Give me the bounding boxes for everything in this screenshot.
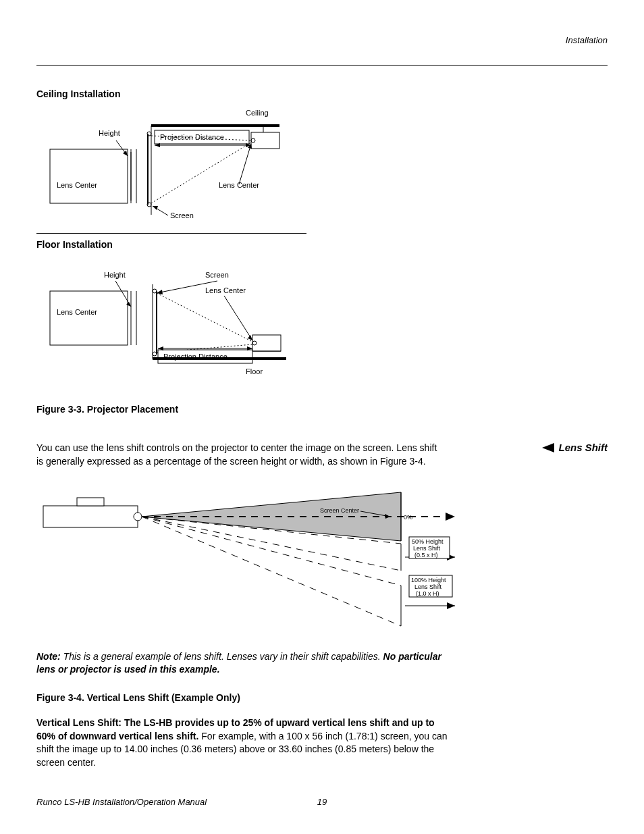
svg-marker-15 — [153, 206, 158, 210]
lens-center-right: Lens Center — [219, 181, 259, 189]
fifty-l1: 50% Height — [412, 538, 444, 545]
svg-marker-67 — [447, 602, 455, 609]
figure-3-3-caption: Figure 3-3. Projector Placement — [36, 404, 608, 415]
lens-center-top-f: Lens Center — [205, 286, 246, 294]
height-label-f: Height — [104, 271, 126, 279]
svg-marker-36 — [126, 302, 131, 307]
vertical-lens-shift-paragraph: Vertical Lens Shift: The LS-HB provides … — [36, 716, 455, 769]
zero-pct-label: 0% — [404, 514, 412, 521]
svg-marker-27 — [248, 335, 252, 340]
ceiling-installation-diagram: Ceiling Projection Distance Height Scree… — [36, 103, 320, 225]
height-label: Height — [99, 129, 120, 137]
note-text1: This is a general example of lens shift.… — [61, 651, 383, 662]
svg-rect-32 — [50, 291, 128, 345]
svg-line-22 — [239, 144, 251, 184]
fifty-l2: Lens Shift — [413, 545, 441, 552]
figure-3-4-diagram: Screen Center 0% 50% Height Lens Shift (… — [36, 484, 468, 640]
svg-line-21 — [151, 142, 251, 203]
projection-distance-label: Projection Distance — [160, 133, 224, 141]
svg-marker-53 — [446, 513, 455, 521]
footer-page: 19 — [317, 797, 327, 807]
screen-label-f: Screen — [205, 271, 229, 279]
hundred-l3: (1.0 x H) — [416, 590, 439, 597]
floor-label: Floor — [246, 367, 263, 375]
figure-3-4-caption: Figure 3-4. Vertical Lens Shift (Example… — [36, 692, 608, 703]
svg-point-50 — [134, 513, 142, 521]
ceiling-installation-title: Ceiling Installation — [36, 88, 608, 99]
svg-marker-9 — [123, 151, 128, 156]
lens-shift-side-label: Lens Shift — [542, 442, 608, 453]
figure-3-3: Ceiling Installation Ceiling Projection … — [36, 88, 608, 415]
header-section-label: Installation — [566, 35, 608, 45]
fifty-l3: (0.5 x H) — [414, 552, 438, 558]
svg-point-3 — [251, 138, 255, 142]
hundred-l2: Lens Shift — [414, 583, 442, 590]
floor-installation-diagram: Height Screen Lens Center Lens Center Pr… — [36, 254, 320, 382]
svg-rect-48 — [43, 506, 138, 527]
hundred-l1: 100% Height — [411, 577, 446, 583]
lens-shift-paragraph: You can use the lens shift controls on t… — [36, 442, 441, 468]
floor-installation-title: Floor Installation — [36, 239, 608, 250]
arrow-left-icon — [542, 443, 554, 452]
lens-center-left-f: Lens Center — [57, 308, 97, 316]
header-rule — [36, 65, 608, 66]
lens-shift-text: Lens Shift — [558, 442, 608, 453]
footer-manual: Runco LS-HB Installation/Operation Manua… — [36, 797, 207, 807]
note-label: Note: — [36, 651, 61, 662]
svg-rect-49 — [77, 498, 104, 506]
footer: Runco LS-HB Installation/Operation Manua… — [36, 797, 608, 807]
svg-line-26 — [224, 296, 252, 340]
svg-marker-47 — [542, 443, 554, 452]
screen-center-label: Screen Center — [320, 507, 359, 514]
svg-point-38 — [252, 341, 257, 345]
screen-label: Screen — [170, 211, 194, 219]
diagram-divider — [36, 233, 306, 234]
figure-3-4-note: Note: This is a general example of lens … — [36, 650, 455, 676]
lens-center-left: Lens Center — [57, 181, 97, 189]
svg-rect-16 — [50, 149, 128, 203]
ceiling-label: Ceiling — [246, 109, 269, 117]
